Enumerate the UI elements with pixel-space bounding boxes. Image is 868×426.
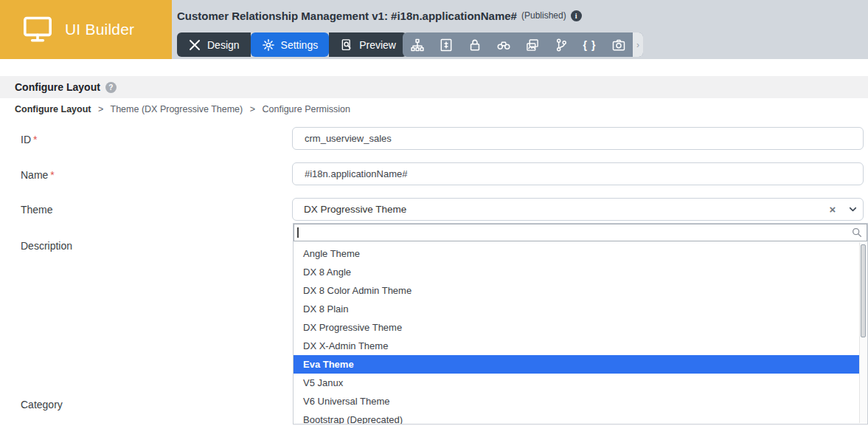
lock-icon <box>468 38 482 52</box>
settings-button-label: Settings <box>281 39 319 51</box>
breadcrumb-separator: > <box>250 104 255 114</box>
theme-option[interactable]: DX 8 Plain <box>294 300 859 318</box>
breadcrumb-separator: > <box>98 104 103 114</box>
theme-option[interactable]: Eva Theme <box>294 355 859 374</box>
app-title: Customer Relationship Management v1: #i1… <box>177 10 517 22</box>
brand: UI Builder <box>0 0 172 59</box>
published-label: (Published) <box>521 10 566 21</box>
branch-icon <box>554 38 569 52</box>
design-icon <box>188 38 201 52</box>
required-mark: * <box>33 134 37 145</box>
name-input[interactable] <box>292 162 864 185</box>
id-input[interactable] <box>292 127 864 150</box>
images-icon <box>525 38 540 52</box>
images-icon-button[interactable] <box>518 32 546 57</box>
breadcrumb: Configure Layout > Theme (DX Progressive… <box>15 104 350 114</box>
camera-icon-button[interactable] <box>604 32 633 57</box>
settings-button[interactable]: Settings <box>251 32 330 57</box>
theme-option[interactable]: Angle Theme <box>294 244 859 263</box>
sitemap-icon-button[interactable] <box>403 32 431 57</box>
ui-builder-window: UI Builder Customer Relationship Managem… <box>0 0 868 426</box>
toolbar: { } › <box>403 32 643 57</box>
theme-search-wrap <box>294 224 867 241</box>
description-label: Description <box>21 240 72 252</box>
required-mark: * <box>50 169 54 181</box>
theme-option[interactable]: Bootstrap (Deprecated) <box>294 410 859 424</box>
breadcrumb-theme[interactable]: Theme (DX Progressive Theme) <box>111 104 243 114</box>
theme-label: Theme <box>21 204 53 216</box>
theme-option[interactable]: DX 8 Color Admin Theme <box>294 281 859 300</box>
scrollbar-thumb[interactable] <box>861 244 866 337</box>
braces-icon: { } <box>583 39 597 51</box>
theme-dropdown-panel: Angle ThemeDX 8 AngleDX 8 Color Admin Th… <box>293 223 868 425</box>
theme-select-value: DX Progressive Theme <box>293 204 823 215</box>
preview-button-label: Preview <box>359 39 396 51</box>
theme-option-list: Angle ThemeDX 8 AngleDX 8 Color Admin Th… <box>294 242 859 424</box>
info-icon[interactable]: i <box>571 10 582 21</box>
toolbar-expand-button[interactable]: › <box>633 32 643 57</box>
design-button[interactable]: Design <box>177 32 251 57</box>
preview-icon <box>340 38 353 52</box>
form-icon <box>439 38 454 52</box>
search-icon <box>851 227 863 238</box>
braces-icon-button[interactable]: { } <box>575 32 604 57</box>
theme-search-input[interactable] <box>294 224 867 241</box>
breadcrumb-configure-permission[interactable]: Configure Permission <box>262 104 350 114</box>
theme-select[interactable]: DX Progressive Theme × <box>292 198 864 221</box>
id-label: ID* <box>21 134 37 145</box>
titlebar: Customer Relationship Management v1: #i1… <box>177 7 582 24</box>
category-label: Category <box>21 399 63 410</box>
name-label: Name* <box>21 169 55 181</box>
preview-button[interactable]: Preview <box>329 32 407 57</box>
chevron-down-icon[interactable] <box>842 205 863 214</box>
app-header: UI Builder Customer Relationship Managem… <box>0 0 868 59</box>
page-title: Configure Layout <box>15 81 100 93</box>
sitemap-icon <box>410 38 425 52</box>
theme-option[interactable]: DX X-Admin Theme <box>294 337 859 355</box>
brand-title: UI Builder <box>65 21 134 38</box>
clear-icon[interactable]: × <box>823 203 842 216</box>
lock-icon-button[interactable] <box>460 32 489 57</box>
breadcrumb-configure-layout[interactable]: Configure Layout <box>15 104 91 114</box>
gear-icon <box>262 38 275 52</box>
chevron-right-icon: › <box>636 40 639 50</box>
theme-option[interactable]: V6 Universal Theme <box>294 392 859 410</box>
theme-option[interactable]: DX Progressive Theme <box>294 318 859 337</box>
branch-icon-button[interactable] <box>546 32 575 57</box>
section-bar: Configure Layout ? <box>0 76 868 98</box>
design-button-label: Design <box>207 39 240 51</box>
mode-button-group: Design Settings Preview <box>177 32 407 57</box>
binoculars-icon-button[interactable] <box>489 32 518 57</box>
theme-option[interactable]: DX 8 Angle <box>294 263 859 281</box>
camera-icon <box>611 38 626 52</box>
binoculars-icon <box>496 38 511 52</box>
text-caret <box>297 227 299 238</box>
form-icon-button[interactable] <box>431 32 460 57</box>
monitor-icon <box>22 16 53 43</box>
dropdown-scrollbar[interactable] <box>859 242 867 423</box>
theme-option[interactable]: V5 Janux <box>294 374 859 392</box>
help-icon[interactable]: ? <box>105 82 117 93</box>
